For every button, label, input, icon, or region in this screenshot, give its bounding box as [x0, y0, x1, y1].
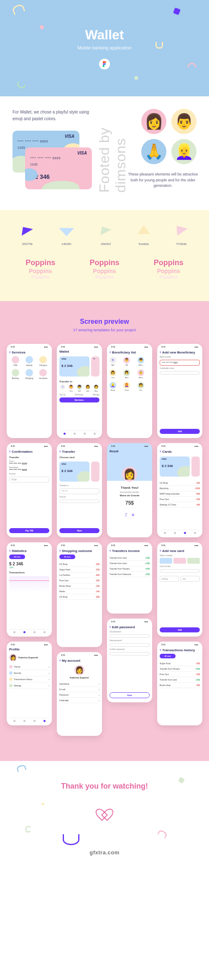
contact-name[interactable]: Keil [78, 390, 81, 392]
list-item: Books Shop [59, 585, 71, 587]
contact[interactable]: Elena [111, 389, 115, 391]
amount: -60$ [196, 493, 200, 495]
list-item[interactable]: Password [59, 694, 69, 696]
swatch-hex: d9e9cf [101, 242, 111, 246]
list-item[interactable]: UserName [59, 683, 69, 685]
phone-title: Wallet [59, 350, 99, 353]
nav-bar[interactable] [160, 530, 200, 536]
phone-result: 9:41●●● Result 👩 Thank You! Successfully… [107, 443, 152, 537]
phones-grid: 9:41●●● Services P2B Internet Transport … [4, 344, 205, 736]
service-label: P2B [13, 364, 17, 366]
font-name: Poppins [93, 268, 116, 275]
phone-column: 9:41●●● Add new Beneficiary IBAN number … [157, 344, 202, 736]
label: Transfer [9, 456, 49, 459]
nav-bar[interactable] [9, 718, 49, 724]
amount-field[interactable]: 75.00 [9, 477, 49, 482]
contact[interactable]: Mona [139, 377, 143, 379]
service-label: Transport [39, 364, 47, 366]
input-field[interactable] [59, 500, 99, 503]
amount: -60$ [95, 574, 99, 576]
contact[interactable]: Tom [111, 377, 115, 379]
amount: -30$ [95, 563, 99, 565]
site-link[interactable]: gfxtra.com [0, 845, 209, 859]
phone-title: Add new card [160, 548, 200, 553]
list-item[interactable]: E-mail [59, 688, 65, 691]
contact-name[interactable]: Tom [69, 390, 73, 392]
phone-title: Edit password [110, 624, 150, 629]
phone-add-beneficiary: 9:41●●● Add new Beneficiary IBAN number … [157, 344, 202, 438]
next-button[interactable]: Next [59, 528, 99, 533]
contact[interactable]: Adam [138, 364, 143, 366]
contact-name[interactable]: Max [94, 390, 98, 392]
share-icon[interactable]: ⤴ [125, 513, 127, 517]
service-label: Internet [26, 364, 32, 366]
iban-field[interactable]: **** **** **** 0987 [160, 360, 200, 366]
label: IBAN number [160, 356, 200, 358]
password-field[interactable] [110, 634, 150, 638]
close-icon[interactable]: ✕ [131, 513, 135, 517]
list-item: Electricity [160, 487, 168, 490]
font-name: Poppins [25, 258, 55, 268]
contact[interactable]: Bill [126, 364, 128, 366]
hero-section: Wallet Mobile banking application [0, 0, 209, 96]
avatar: 👩 [122, 467, 137, 482]
card-balance: $ 2 346 [61, 364, 87, 368]
confetti-shape [40, 25, 44, 29]
input-field[interactable]: **** *** [59, 488, 99, 494]
avatars-grid: 👩 👨 🙏 👱‍♀️ [141, 109, 196, 164]
tab-all-stats[interactable]: All stats [160, 654, 176, 658]
services-button[interactable]: Services › [59, 397, 99, 402]
list-item-label[interactable]: Trends [14, 665, 20, 668]
card-design-option[interactable] [187, 558, 200, 564]
save-button[interactable]: Save [110, 692, 150, 698]
avatars-caption: These pleasant elements will be attracti… [125, 172, 201, 189]
swatch: c4e0fc [59, 225, 74, 246]
phone-confirmation: 9:41●●● Confirmation Transfer From **** … [7, 443, 52, 537]
amount: +10$ [195, 678, 200, 681]
list-item[interactable]: Language [59, 699, 69, 701]
font-name: Poppins [29, 268, 52, 275]
tab-all-stats[interactable]: All stats [59, 554, 75, 559]
swatch-shape [176, 225, 188, 236]
add-button[interactable]: Add [160, 429, 200, 434]
card-design-option[interactable] [173, 558, 186, 564]
label: Select a design [160, 554, 200, 557]
amount: +64$ [195, 668, 200, 670]
contact-name[interactable]: Katt [86, 390, 89, 392]
name-field[interactable] [160, 371, 200, 374]
contact[interactable]: Dana [125, 389, 129, 391]
credit-cards-preview: VISA **** **** **** 0000 11/23 $ 2 346 V… [13, 131, 92, 189]
phone-title: Services [9, 350, 49, 354]
confetti-shape [16, 764, 27, 772]
contact[interactable]: Add [111, 364, 114, 366]
contact[interactable]: Alice [125, 377, 129, 379]
tab-all-stats[interactable]: All stats [9, 554, 25, 559]
nav-bar[interactable] [9, 629, 49, 635]
label: Cardholder name [160, 367, 200, 369]
amount: -30$ [95, 596, 99, 598]
contact[interactable]: Kai [140, 389, 142, 391]
avatar-memoji: 👨 [171, 109, 196, 134]
profile-name: Katerina Supernik [18, 656, 38, 659]
nav-bar[interactable] [59, 431, 99, 436]
list-item: UII Shop [59, 563, 67, 565]
phone-statistics: 9:41●●● Statistics All stats $ 2 346 +9%… [7, 542, 52, 637]
card-design-option[interactable] [160, 558, 172, 564]
pay-button[interactable]: Pay 75$ [9, 528, 49, 533]
date-field[interactable]: mm/yy [160, 576, 179, 582]
cvv-field[interactable]: cvv [181, 576, 200, 582]
phone-title: Cards [160, 449, 200, 454]
password-field[interactable] [110, 652, 150, 655]
list-item-label[interactable]: Security [14, 672, 21, 674]
list-item: UII Shop [59, 596, 67, 598]
label: Card number [160, 565, 200, 567]
list-item-label[interactable]: Settings [14, 684, 21, 687]
card-number-field[interactable] [160, 569, 200, 573]
amount: -23$ [196, 498, 200, 500]
list-item-label[interactable]: Transactions history [14, 678, 33, 681]
section-header: Transfer to [59, 380, 99, 383]
add-button[interactable]: Add [160, 627, 200, 632]
password-field[interactable] [110, 643, 150, 647]
section-header: Choose card [59, 456, 99, 459]
label: Amount [9, 473, 49, 475]
